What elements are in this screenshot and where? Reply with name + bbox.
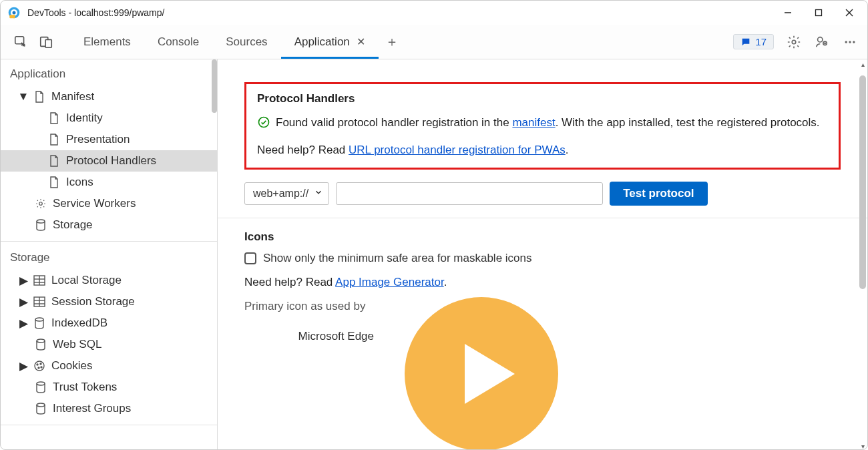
feedback-icon[interactable] [814,34,830,50]
window-title: DevTools - localhost:999/pwamp/ [27,7,164,18]
checkbox-icon[interactable] [244,252,256,264]
svg-point-36 [37,382,45,385]
content-scrollbar[interactable]: ▴ ▾ [858,59,867,450]
tab-console[interactable]: Console [144,25,212,59]
primary-icon-label: Primary icon as used by Microsoft Edge [244,297,378,345]
svg-point-37 [37,403,45,407]
device-toolbar-icon[interactable] [35,31,57,53]
sidebar-scrollbar[interactable] [212,59,217,113]
issues-count: 17 [755,36,767,47]
sidebar-label: Protocol Handlers [66,154,156,168]
tab-application[interactable]: Application ✕ [281,25,379,59]
status-pre: Found valid protocol handler registratio… [276,116,512,129]
sidebar-heading-application: Application [1,63,217,86]
svg-point-35 [41,367,42,368]
sidebar-label: Web SQL [53,338,101,351]
manifest-link[interactable]: manifest [512,116,555,129]
sidebar-item-interest-groups[interactable]: Interest Groups [1,398,217,419]
svg-rect-10 [45,39,51,47]
close-button[interactable] [834,2,865,23]
status-post: . With the app installed, test the regis… [556,116,820,129]
issues-badge[interactable]: 17 [733,34,774,49]
app-image-generator-link[interactable]: App Image Generator [335,276,444,288]
svg-point-20 [37,220,45,223]
help-post: . [566,144,569,156]
settings-icon[interactable] [786,34,802,50]
sidebar-label: Presentation [66,133,130,146]
tab-label: Console [158,35,199,49]
svg-point-34 [38,367,39,369]
sidebar-label: Local Storage [51,274,122,287]
inspect-element-icon[interactable] [10,31,31,53]
database-icon [34,381,47,394]
gear-icon [34,197,47,210]
database-icon [34,218,47,232]
primary-label-line1: Primary icon as used by [244,297,378,315]
help-post: . [444,276,447,288]
cookie-icon [33,359,46,373]
sidebar-label: Session Storage [51,295,135,308]
sidebar-divider [1,241,217,242]
minimize-button[interactable] [773,2,803,23]
svg-point-17 [849,41,851,43]
sidebar-item-storage[interactable]: Storage [1,214,217,236]
sidebar-label: Manifest [51,90,94,103]
caret-right-icon: ▶ [19,359,27,373]
sidebar-item-icons[interactable]: Icons [1,172,217,193]
protocol-select[interactable]: web+amp:// [244,182,329,205]
help-link[interactable]: URL protocol handler registration for PW… [349,144,566,156]
devtools-app-icon [7,6,21,19]
sidebar-item-presentation[interactable]: Presentation [1,129,217,150]
protocol-url-input[interactable] [336,182,603,205]
scroll-down-icon[interactable]: ▾ [858,441,867,450]
svg-point-38 [259,118,269,128]
maximize-button[interactable] [803,2,834,23]
more-icon[interactable] [842,34,858,50]
tab-label: Elements [83,35,131,49]
svg-point-11 [792,40,796,44]
sidebar-label: Cookies [51,359,92,373]
sidebar-label: Service Workers [53,197,136,210]
sidebar-item-indexeddb[interactable]: ▶ IndexedDB [1,312,217,334]
sidebar-item-trust-tokens[interactable]: Trust Tokens [1,377,217,398]
sidebar-item-cookies[interactable]: ▶ Cookies [1,355,217,377]
test-protocol-button[interactable]: Test protocol [610,182,707,206]
sidebar-item-identity[interactable]: Identity [1,107,217,129]
sidebar-item-session-storage[interactable]: ▶ Session Storage [1,291,217,312]
svg-point-29 [35,318,43,321]
close-icon[interactable]: ✕ [357,35,365,48]
svg-point-31 [35,361,44,371]
file-icon [47,111,61,125]
help-text: Need help? Read URL protocol handler reg… [257,144,828,157]
maskable-checkbox-row[interactable]: Show only the minimum safe area for mask… [244,252,841,265]
sidebar-item-manifest[interactable]: ▼ Manifest [1,86,217,107]
window-titlebar: DevTools - localhost:999/pwamp/ [1,1,867,25]
check-circle-icon [257,116,270,134]
protocol-handlers-title: Protocol Handlers [257,92,828,105]
scroll-up-icon[interactable]: ▴ [858,59,867,69]
tab-label: Sources [226,35,267,49]
caret-right-icon: ▶ [19,316,27,330]
sidebar-item-service-workers[interactable]: Service Workers [1,193,217,214]
sidebar-label: Storage [53,218,93,232]
icons-help-text: Need help? Read App Image Generator. [244,276,841,289]
database-icon [34,402,47,415]
help-pre: Need help? Read [244,276,335,288]
tab-elements[interactable]: Elements [70,25,144,59]
sidebar-item-websql[interactable]: Web SQL [1,334,217,355]
sidebar-divider [1,425,217,425]
svg-point-16 [845,41,847,43]
highlight-box: Protocol Handlers Found valid protocol h… [244,82,841,170]
sidebar-label: Identity [66,111,103,125]
select-value: web+amp:// [253,188,308,200]
sidebar-item-protocol-handlers[interactable]: Protocol Handlers [1,150,217,172]
add-tab-button[interactable]: ＋ [379,25,405,59]
svg-point-32 [37,364,38,365]
svg-point-2 [13,11,16,15]
database-icon [34,338,47,351]
tab-sources[interactable]: Sources [212,25,280,59]
caret-down-icon: ▼ [19,90,27,103]
devtools-toolbar: Elements Console Sources Application ✕ ＋… [1,25,867,59]
sidebar-item-local-storage[interactable]: ▶ Local Storage [1,270,217,291]
tab-label: Application [294,35,350,49]
